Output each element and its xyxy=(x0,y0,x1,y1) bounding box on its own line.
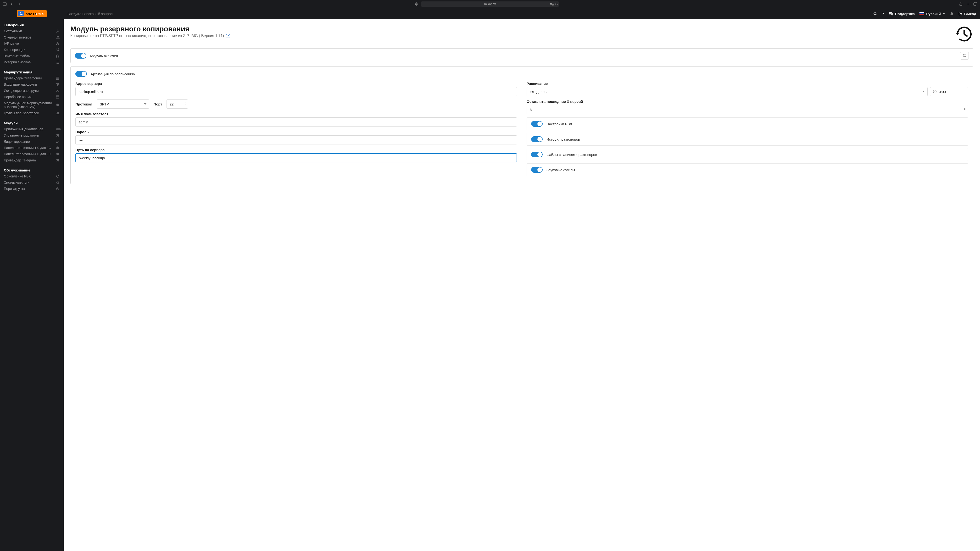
protocol-label: Протокол xyxy=(75,102,92,106)
sidebar-item[interactable]: Звуковые файлы xyxy=(4,53,60,59)
sidebar-item[interactable]: Перезагрузка xyxy=(4,186,60,192)
nav-forward-icon[interactable] xyxy=(17,2,21,6)
username-label: Имя пользователя xyxy=(75,112,517,116)
schedule-select[interactable] xyxy=(527,87,928,96)
phone-icon xyxy=(18,11,24,16)
svg-rect-20 xyxy=(57,62,59,62)
sidebar-toggle-icon[interactable] xyxy=(3,2,7,6)
backup-option-toggle[interactable] xyxy=(531,136,542,142)
sidebar-item-label: Конференции xyxy=(4,48,56,52)
sidebar-item-label: IVR меню xyxy=(4,41,56,45)
svg-point-44 xyxy=(57,182,58,184)
backup-option-toggle[interactable] xyxy=(531,167,542,173)
svg-rect-24 xyxy=(56,78,59,79)
sidebar-item[interactable]: Лицензирование xyxy=(4,138,60,144)
search-icon[interactable] xyxy=(873,12,877,16)
new-tab-icon[interactable] xyxy=(966,2,970,6)
sidebar-item[interactable]: Модуль умной маршрутизации вызовов (Smar… xyxy=(4,100,60,110)
help-icon[interactable]: ? xyxy=(226,34,230,38)
svg-rect-42 xyxy=(57,141,59,142)
sidebar-item[interactable]: Группы пользователей xyxy=(4,110,60,116)
language-selector[interactable]: Русский xyxy=(920,12,945,16)
sidebar-item[interactable]: История вызовов xyxy=(4,59,60,65)
svg-rect-34 xyxy=(56,96,59,98)
svg-point-41 xyxy=(56,141,58,143)
headphones-icon xyxy=(56,54,60,58)
sidebar-item[interactable]: Приложения диалпланов xyxy=(4,126,60,132)
sidebar-item[interactable]: Провайдер Telegram xyxy=(4,157,60,164)
tabs-icon[interactable] xyxy=(973,2,977,6)
sidebar-item-label: Очереди вызовов xyxy=(4,35,56,39)
settings-button[interactable] xyxy=(960,52,969,60)
protocol-select[interactable] xyxy=(97,100,149,109)
svg-marker-32 xyxy=(59,89,59,91)
sidebar-item[interactable]: IVR меню xyxy=(4,40,60,47)
server-path-input[interactable] xyxy=(75,153,517,162)
logout-link[interactable]: Выход xyxy=(958,12,976,16)
svg-rect-16 xyxy=(59,56,59,57)
svg-rect-15 xyxy=(56,56,57,57)
backup-option: Звуковые файлы xyxy=(527,164,968,176)
svg-rect-17 xyxy=(56,61,56,61)
svg-rect-4 xyxy=(552,3,554,5)
password-input[interactable] xyxy=(75,135,517,144)
svg-marker-49 xyxy=(956,33,959,35)
bug-icon xyxy=(56,181,60,184)
logo[interactable]: MIKOPBX xyxy=(0,8,64,19)
svg-point-30 xyxy=(57,84,58,85)
sidebar-item[interactable]: Провайдеры телефонии xyxy=(4,75,60,81)
svg-point-38 xyxy=(57,112,58,113)
sidebar-item[interactable]: Панель телефонии 4.0 для 1С xyxy=(4,151,60,157)
sidebar-item-label: Управление модулями xyxy=(4,133,56,137)
port-label: Порт xyxy=(154,102,162,106)
svg-point-40 xyxy=(56,128,61,130)
module-enabled-card: Модуль включен xyxy=(70,48,973,63)
server-icon xyxy=(56,77,60,79)
backup-option-label: Звуковые файлы xyxy=(546,168,575,172)
sidebar-item[interactable]: Обновление PBX xyxy=(4,173,60,179)
sidebar-item[interactable]: Управление модулями xyxy=(4,132,60,138)
notifications-icon[interactable] xyxy=(950,12,954,16)
sidebar-item[interactable]: Входящие маршруты xyxy=(4,81,60,87)
sidebar-item[interactable]: Системные логи xyxy=(4,179,60,186)
support-link[interactable]: Поддержка xyxy=(889,12,915,16)
keep-versions-input[interactable] xyxy=(527,105,968,114)
module-enabled-toggle[interactable] xyxy=(75,53,86,59)
sidebar-item-label: Входящие маршруты xyxy=(4,83,56,86)
sidebar-item[interactable]: Панель телефонии 1.0 для 1С xyxy=(4,144,60,151)
sidebar-item[interactable]: Исходящие маршруты xyxy=(4,87,60,94)
sidebar-item[interactable]: Нерабочее время xyxy=(4,94,60,100)
spinner-icon[interactable]: ▲▼ xyxy=(964,107,966,111)
sidebar-item-label: Лицензирование xyxy=(4,140,56,143)
share-icon[interactable] xyxy=(959,2,963,6)
backup-option: История разговоров xyxy=(527,133,968,146)
page-title: Модуль резервного копирования xyxy=(70,25,950,33)
php-icon xyxy=(56,128,60,130)
reload-icon[interactable] xyxy=(555,3,558,5)
svg-rect-25 xyxy=(56,79,59,79)
svg-rect-21 xyxy=(56,63,56,64)
svg-point-39 xyxy=(58,112,59,113)
backup-option-toggle[interactable] xyxy=(531,121,542,127)
help-icon[interactable]: ? xyxy=(882,12,884,16)
nav-back-icon[interactable] xyxy=(10,2,14,6)
translate-icon[interactable] xyxy=(550,3,554,5)
calendar-icon xyxy=(56,95,60,98)
sidebar-item-label: Модуль умной маршрутизации вызовов (Smar… xyxy=(4,101,56,109)
username-input[interactable] xyxy=(75,118,517,127)
module-enabled-label: Модуль включен xyxy=(90,54,118,58)
sidebar-item[interactable]: Конференции xyxy=(4,47,60,53)
svg-point-9 xyxy=(57,30,58,31)
sidebar-item[interactable]: Очереди вызовов xyxy=(4,34,60,40)
svg-rect-18 xyxy=(57,61,59,61)
sidebar-item[interactable]: Сотрудники xyxy=(4,28,60,34)
spinner-icon[interactable]: ▲▼ xyxy=(184,102,186,105)
server-address-input[interactable] xyxy=(75,87,517,96)
sidebar-item-label: Группы пользователей xyxy=(4,111,56,115)
url-bar[interactable]: mikopbx xyxy=(421,2,559,7)
backup-option: Файлы с записями разговоров xyxy=(527,148,968,161)
chevron-down-icon xyxy=(943,13,945,14)
backup-option-toggle[interactable] xyxy=(531,152,542,157)
search-input[interactable] xyxy=(67,12,870,16)
schedule-enabled-toggle[interactable] xyxy=(75,71,87,77)
